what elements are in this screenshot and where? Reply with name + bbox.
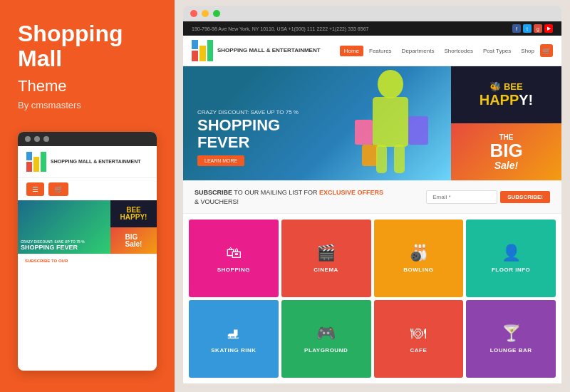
mobile-logo-text: SHOPPING MALL & ENTERTAINMENT: [51, 159, 141, 165]
mobile-logo-icon: [26, 152, 46, 172]
floor-icon: 👤: [502, 244, 521, 262]
mobile-subscribe-text: SUBSCRIBE TO OUR: [25, 259, 150, 263]
youtube-icon[interactable]: ▶: [544, 24, 553, 33]
email-input[interactable]: [426, 190, 497, 204]
cafe-icon: 🍽: [410, 324, 426, 343]
site-topbar: 190-798-98 Ave New York, NY 10110, USA +…: [183, 21, 561, 36]
hero-headline: SHOPPING FEVER: [197, 117, 299, 151]
left-sidebar: Shopping Mall Theme By cmsmasters SHOPPI…: [0, 0, 175, 392]
mobile-topbar: [18, 132, 157, 146]
shopping-label: SHOPPING: [217, 267, 250, 273]
tile-lounge-bar[interactable]: 🍸 LOUNGE BAR: [466, 300, 556, 378]
mobile-header: SHOPPING MALL & ENTERTAINMENT: [18, 146, 157, 178]
nav-post-types[interactable]: Post Types: [479, 46, 515, 56]
nav-shop[interactable]: Shop: [517, 46, 539, 56]
mobile-dot-2: [34, 136, 40, 142]
nav-shortcodes[interactable]: Shortcodes: [440, 46, 477, 56]
mobile-dot-3: [43, 136, 49, 142]
mobile-headline: SHOPPING FEVER: [21, 244, 85, 252]
browser-chrome: [175, 0, 570, 21]
mobile-big-sale: BIGSale!: [125, 234, 142, 248]
tile-cinema[interactable]: 🎬 CINEMA: [281, 220, 371, 297]
svg-rect-12: [362, 145, 378, 166]
nav-home[interactable]: Home: [340, 46, 363, 56]
tile-bowling[interactable]: 🎳 BOWLING: [374, 220, 464, 297]
product-subtitle: Theme: [18, 77, 157, 96]
browser-dot-red: [190, 10, 197, 17]
bee-text: 🐝 BEEHAPPY!: [480, 82, 534, 108]
browser-window: 190-798-98 Ave New York, NY 10110, USA +…: [183, 21, 561, 383]
svg-rect-2: [33, 157, 39, 172]
site-hero: CRAZY DISCOUNT: SAVE UP TO 75 % SHOPPING…: [183, 66, 561, 180]
cafe-label: CAFE: [410, 347, 427, 354]
hero-right-banners: 🐝 BEEHAPPY! THE BIG Sale!: [451, 66, 561, 180]
learn-more-button[interactable]: LEARN MORE: [197, 155, 244, 166]
mobile-hero-left: CRAZY DISCOUNT: SAVE UP TO 75 % SHOPPING…: [18, 200, 110, 254]
cinema-label: CINEMA: [314, 267, 338, 273]
mobile-subscribe-bar: SUBSCRIBE TO OUR: [18, 254, 157, 267]
browser-topbar: [183, 6, 561, 21]
hero-overlay: CRAZY DISCOUNT: SAVE UP TO 75 % SHOPPING…: [197, 109, 299, 166]
twitter-icon[interactable]: t: [523, 24, 532, 33]
mobile-hero: CRAZY DISCOUNT: SAVE UP TO 75 % SHOPPING…: [18, 200, 157, 254]
site-address: 190-798-98 Ave New York, NY 10110, USA +…: [192, 26, 368, 31]
tile-shopping[interactable]: 🛍 SHOPPING: [189, 220, 279, 297]
mobile-dot-1: [25, 136, 31, 142]
bowling-icon: 🎳: [409, 244, 428, 262]
bee-happy-content: 🐝 BEEHAPPY!: [480, 82, 534, 108]
nav-departments[interactable]: Departments: [398, 46, 439, 56]
subscribe-orange: EXCLUSIVE OFFERS: [319, 189, 383, 196]
site-logo-icon: [192, 40, 213, 61]
svg-rect-14: [394, 145, 405, 173]
social-icons: f t g ▶: [512, 24, 553, 33]
hero-banner-bee-happy: 🐝 BEEHAPPY!: [451, 66, 561, 123]
svg-rect-3: [41, 152, 46, 172]
browser-container: 190-798-98 Ave New York, NY 10110, USA +…: [175, 21, 570, 392]
mobile-preview-card: SHOPPING MALL & ENTERTAINMENT ☰ 🛒 CRAZY …: [18, 132, 157, 371]
svg-point-8: [378, 70, 403, 98]
mobile-hero-overlay: CRAZY DISCOUNT: SAVE UP TO 75 % SHOPPING…: [21, 239, 85, 252]
sale-text: Sale!: [489, 160, 522, 171]
cinema-icon: 🎬: [316, 244, 336, 262]
svg-rect-4: [192, 51, 198, 61]
right-panel: 190-798-98 Ave New York, NY 10110, USA +…: [175, 0, 570, 392]
skating-label: SKATING RINK: [211, 347, 256, 354]
mobile-discount-text: CRAZY DISCOUNT: SAVE UP TO 75 %: [21, 239, 85, 244]
mobile-cart-button[interactable]: 🛒: [48, 182, 68, 196]
subscribe-rest: TO OUR MAILING LIST FOR: [234, 189, 319, 196]
mobile-hero-right: BEEHAPPY! BIGSale!: [110, 200, 157, 254]
googleplus-icon[interactable]: g: [534, 24, 542, 33]
browser-dot-yellow: [202, 10, 209, 17]
site-nav-links: Home Features Departments Shortcodes Pos…: [340, 44, 553, 57]
mobile-menu-button[interactable]: ☰: [26, 182, 44, 196]
svg-rect-10: [355, 120, 373, 145]
nav-features[interactable]: Features: [365, 46, 396, 56]
subscribe-button[interactable]: SUBSCRIBE!: [500, 191, 550, 203]
svg-rect-13: [376, 145, 387, 173]
nav-cart-button[interactable]: 🛒: [540, 44, 553, 57]
subscribe-bar: SUBSCRIBE TO OUR MAILING LIST FOR EXCLUS…: [183, 180, 561, 214]
bowling-label: BOWLING: [403, 267, 433, 273]
site-logo: SHOPPING MALL & ENTERTAINMENT: [192, 40, 321, 61]
playground-icon: 🎮: [316, 324, 336, 343]
big-text: BIG: [489, 141, 522, 160]
shopping-icon: 🛍: [226, 244, 242, 262]
hero-discount-text: CRAZY DISCOUNT: SAVE UP TO 75 %: [197, 109, 299, 115]
site-logo-text: SHOPPING MALL & ENTERTAINMENT: [217, 47, 321, 54]
big-sale-content: THE BIG Sale!: [489, 133, 522, 171]
mobile-buttons-row: ☰ 🛒: [18, 178, 157, 200]
subscribe-bold: SUBSCRIBE: [195, 189, 232, 196]
lounge-label: LOUNGE BAR: [490, 347, 532, 354]
lounge-icon: 🍸: [502, 324, 521, 343]
tile-playground[interactable]: 🎮 PLAYGROUND: [281, 300, 371, 378]
browser-dot-green: [213, 10, 220, 17]
product-title: Shopping Mall: [18, 21, 157, 71]
subscribe-text: SUBSCRIBE TO OUR MAILING LIST FOR EXCLUS…: [195, 188, 383, 206]
svg-rect-1: [26, 152, 32, 160]
tile-floor-info[interactable]: 👤 FLOOR INFO: [466, 220, 556, 297]
tile-skating[interactable]: ⛸ SKATING RINK: [189, 300, 279, 378]
services-grid: 🛍 SHOPPING 🎬 CINEMA 🎳 BOWLING 👤 FLOOR IN…: [183, 214, 561, 383]
facebook-icon[interactable]: f: [512, 24, 521, 33]
tile-cafe[interactable]: 🍽 CAFE: [374, 300, 464, 378]
hero-banner-big-sale: THE BIG Sale!: [451, 123, 561, 180]
